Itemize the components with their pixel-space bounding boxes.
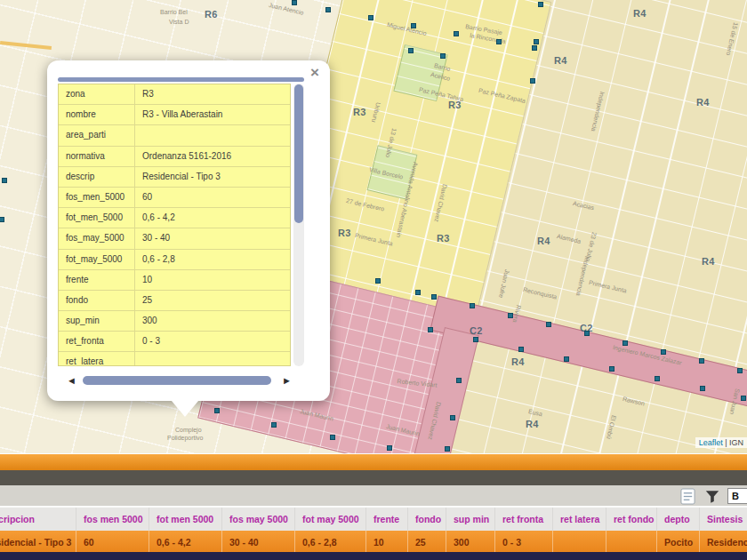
vertex-marker[interactable] <box>508 313 513 318</box>
grid-cell[interactable]: 0,6 - 4,2 <box>149 531 221 552</box>
grid-cell[interactable]: Residencial - Tipo 3 <box>0 531 76 552</box>
attribute-value-cell: 0,6 - 2,8 <box>134 250 290 269</box>
vertex-marker[interactable] <box>655 376 660 381</box>
vertex-marker[interactable] <box>456 378 462 383</box>
popup-vertical-scrollbar[interactable] <box>293 84 304 366</box>
vertex-marker[interactable] <box>368 15 374 20</box>
grid-header-cell[interactable]: fot men 5000 <box>149 508 221 531</box>
vertex-marker[interactable] <box>428 327 433 332</box>
map-canvas[interactable]: Leaflet | IGN × zonaR3nombreR3 - Villa A… <box>0 0 747 453</box>
grid-header-cell[interactable]: ret fondo <box>606 508 656 531</box>
grid-cell[interactable]: 30 - 40 <box>221 531 294 552</box>
grid-cell[interactable]: 0,6 - 2,8 <box>294 531 365 552</box>
leaflet-link[interactable]: Leaflet <box>699 438 723 447</box>
vertex-marker[interactable] <box>271 422 277 428</box>
vertex-marker[interactable] <box>532 45 537 51</box>
vertex-marker[interactable] <box>741 396 746 401</box>
popup-top-scrollbar[interactable] <box>58 77 304 82</box>
scroll-right-arrow[interactable]: ► <box>282 374 292 387</box>
vertex-marker[interactable] <box>375 278 381 284</box>
vertex-marker[interactable] <box>699 358 704 364</box>
search-input[interactable]: B <box>727 488 747 504</box>
grid-cell[interactable]: 60 <box>76 531 149 552</box>
grid-cell[interactable] <box>606 531 656 552</box>
zone-label: R4 <box>526 419 539 429</box>
vertex-marker[interactable] <box>411 23 416 28</box>
vertex-marker[interactable] <box>534 39 539 44</box>
street-label: Complejo <box>175 427 202 433</box>
popup-close-button[interactable]: × <box>310 65 319 80</box>
grid-header-cell[interactable]: ret fronta <box>494 508 552 531</box>
horizontal-scrollbar-thumb[interactable] <box>83 376 271 385</box>
attribute-value-cell <box>134 125 290 145</box>
attribute-value-cell: 0,6 - 4,2 <box>134 208 290 228</box>
grid-cell[interactable]: 300 <box>446 531 494 552</box>
vertex-marker[interactable] <box>330 435 335 440</box>
vertex-marker[interactable] <box>454 31 459 36</box>
vertex-marker[interactable] <box>584 331 590 336</box>
grid-header-cell[interactable]: Sintesis <box>699 508 747 531</box>
grid-header-cell[interactable]: depto <box>656 508 699 531</box>
attribute-name-cell: area_parti <box>59 125 134 145</box>
grid-cell[interactable]: Residencial <box>699 531 747 552</box>
scroll-left-arrow[interactable]: ◄ <box>67 374 76 387</box>
vertex-marker[interactable] <box>214 408 220 413</box>
vertex-marker[interactable] <box>496 39 502 44</box>
vertex-marker[interactable] <box>415 290 421 295</box>
export-document-icon[interactable] <box>680 488 695 505</box>
vertex-marker[interactable] <box>609 366 614 372</box>
vertex-marker[interactable] <box>473 337 478 342</box>
grid-header-cell[interactable]: fondo <box>407 508 446 531</box>
grid-header-cell[interactable]: sup min <box>446 508 494 531</box>
vertical-scrollbar-thumb[interactable] <box>294 84 303 223</box>
grid-header-cell[interactable]: fos men 5000 <box>76 508 149 531</box>
grid-header-cell[interactable]: descripcion <box>0 508 76 531</box>
attribute-value-cell: Ordenanza 5161-2016 <box>134 147 290 166</box>
attribute-value-cell: R3 - Villa Aberastain <box>134 105 290 124</box>
grid-cell[interactable] <box>552 531 606 552</box>
vertex-marker[interactable] <box>0 217 4 222</box>
grid-cell[interactable]: Pocito <box>656 531 699 552</box>
search-value: B <box>732 491 739 501</box>
panel-footer-bar <box>0 552 747 560</box>
vertex-marker[interactable] <box>431 294 437 300</box>
grid-header-cell[interactable]: fot may 5000 <box>294 508 365 531</box>
grid-header-cell[interactable]: frente <box>365 508 407 531</box>
vertex-marker[interactable] <box>408 48 414 53</box>
vertex-marker[interactable] <box>546 322 551 327</box>
grid-cell[interactable]: 10 <box>365 531 407 552</box>
vertex-marker[interactable] <box>450 415 455 420</box>
grid-header-cell[interactable]: ret latera <box>552 508 606 531</box>
vertex-marker[interactable] <box>445 446 450 452</box>
attribution-provider[interactable]: | IGN <box>723 438 743 447</box>
vertex-marker[interactable] <box>564 356 569 362</box>
filter-icon[interactable] <box>704 488 720 505</box>
attribute-value-cell: 60 <box>134 188 290 207</box>
vertex-marker[interactable] <box>2 178 7 183</box>
popup-horizontal-scrollbar[interactable]: ◄ ► <box>58 373 304 388</box>
popup-row: normativaOrdenanza 5161-2016 <box>59 147 290 167</box>
vertex-marker[interactable] <box>440 53 446 59</box>
vertex-marker[interactable] <box>530 78 535 84</box>
attribute-value-cell: R3 <box>134 84 290 104</box>
grid-cell[interactable]: 25 <box>407 531 446 552</box>
vertex-marker[interactable] <box>325 7 331 12</box>
vertex-marker[interactable] <box>700 386 705 391</box>
popup-rows: zonaR3nombreR3 - Villa Aberastainarea_pa… <box>58 84 291 366</box>
vertex-marker[interactable] <box>518 347 524 352</box>
vertex-marker[interactable] <box>538 2 543 7</box>
zone-label: R3 <box>338 228 351 238</box>
panel-divider[interactable] <box>0 453 747 470</box>
attribute-name-cell: fot_men_5000 <box>59 208 134 228</box>
panel-header-bar <box>0 470 747 485</box>
attribute-panel: B descripcionfos men 5000fot men 5000fos… <box>0 453 747 560</box>
vertex-marker[interactable] <box>292 0 297 5</box>
vertex-marker[interactable] <box>470 303 475 308</box>
vertex-marker[interactable] <box>661 349 666 355</box>
grid-cell[interactable]: 0 - 3 <box>494 531 552 552</box>
vertex-marker[interactable] <box>737 368 743 373</box>
grid-data-row[interactable]: Residencial - Tipo 3600,6 - 4,230 - 400,… <box>0 531 747 552</box>
vertex-marker[interactable] <box>622 340 628 346</box>
grid-header-cell[interactable]: fos may 5000 <box>221 508 294 531</box>
vertex-marker[interactable] <box>387 445 392 451</box>
